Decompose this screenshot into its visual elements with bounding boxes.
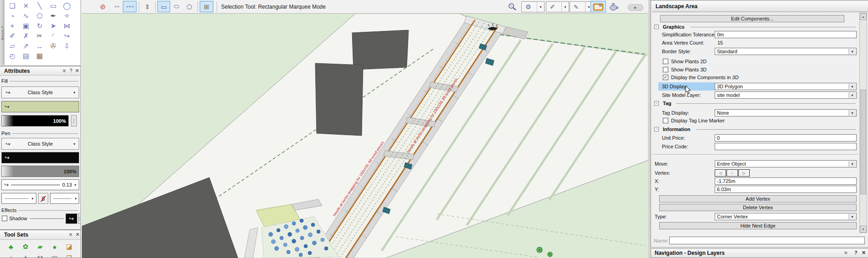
- tag-display-dd-icon[interactable]: ▼: [848, 110, 856, 116]
- flyover-zoom-icon[interactable]: [505, 1, 520, 12]
- site-machine-icon[interactable]: ⚒: [33, 253, 47, 258]
- interactive-scaling-multi-button[interactable]: ∘∘∘: [123, 1, 136, 12]
- polygon-lasso-mode-button[interactable]: ⬠: [183, 1, 196, 12]
- rectangle-icon[interactable]: ▭: [46, 1, 60, 11]
- landscape-area-icon[interactable]: ▰: [33, 241, 47, 253]
- existing-plants-icon[interactable]: ♣: [4, 241, 18, 253]
- hardscape-icon[interactable]: ◪: [62, 241, 76, 253]
- edit-components-button[interactable]: Edit Components...: [660, 15, 844, 22]
- vertex-next-button[interactable]: ▷: [738, 169, 750, 177]
- attributes-close-icon[interactable]: ✕: [75, 68, 79, 73]
- fill-opacity-menu-icon[interactable]: ⋮: [71, 115, 77, 126]
- plant-icon[interactable]: ✿: [18, 241, 33, 253]
- pen-class-style-dropdown[interactable]: ↪ Class Style ▼: [1, 138, 79, 150]
- pen-opacity-bar[interactable]: 100%: [1, 166, 79, 177]
- line-weight-control[interactable]: ↪ 0.13 ▼: [1, 179, 79, 190]
- scroll-up-button[interactable]: ▲: [860, 13, 867, 20]
- eyedropper-icon[interactable]: ✒: [46, 11, 60, 21]
- stake-icon[interactable]: ⊥: [4, 253, 18, 258]
- tape-measure-icon[interactable]: ✇: [46, 41, 60, 51]
- clip-icon[interactable]: ▣: [19, 21, 33, 31]
- fill-color-swatch[interactable]: ↪: [1, 101, 79, 112]
- freehand-pen-icon[interactable]: ✐: [5, 31, 19, 41]
- site-model-layer-dropdown[interactable]: site model ▼: [715, 91, 857, 99]
- rectangular-marquee-button[interactable]: ▭: [157, 1, 170, 12]
- vertex-current-button[interactable]: ○: [727, 169, 738, 177]
- attributes-menu-icon[interactable]: ≡: [63, 68, 66, 73]
- constrain-mode-button[interactable]: ⇕: [141, 1, 154, 12]
- navigation-help-icon[interactable]: ?: [854, 250, 858, 255]
- tool-sets-close-icon[interactable]: ✕: [76, 232, 80, 237]
- end-marker-dropdown[interactable]: ▼: [50, 193, 79, 204]
- disable-interactive-scaling-button[interactable]: ⊘: [97, 1, 109, 12]
- information-collapse-icon[interactable]: −: [654, 127, 659, 132]
- callout-icon[interactable]: ❏: [5, 1, 19, 11]
- price-code-field[interactable]: [715, 143, 857, 150]
- offset-icon[interactable]: ↪: [60, 31, 74, 41]
- render-options-dropdown-button[interactable]: ✎ ▼: [570, 1, 593, 12]
- line-icon[interactable]: ╲: [33, 1, 46, 11]
- x-marker-icon[interactable]: ✕: [19, 1, 33, 11]
- tag-display-dropdown[interactable]: None ▼: [715, 109, 857, 116]
- start-marker-dropdown[interactable]: ▼: [1, 193, 36, 204]
- name-field[interactable]: [669, 237, 865, 244]
- display-3d-dd-icon[interactable]: ▼: [848, 84, 856, 89]
- navigation-close-icon[interactable]: ✕: [862, 250, 866, 255]
- ellipse-icon[interactable]: ◯: [60, 1, 74, 11]
- scroll-down-button[interactable]: ▼: [860, 226, 867, 233]
- show-plants-3d-checkbox[interactable]: [663, 67, 668, 72]
- display-3d-dropdown[interactable]: 3D Polygon ▼: [715, 83, 857, 90]
- vertex-prev-button[interactable]: ◁: [715, 169, 726, 177]
- attributes-help-icon[interactable]: ?: [70, 68, 72, 73]
- mirror-icon[interactable]: ⋈: [60, 21, 74, 31]
- fence-icon[interactable]: ▥: [47, 253, 62, 258]
- palette-dock-handle[interactable]: ✳ Basic: [0, 0, 5, 65]
- scrollbar-thumb[interactable]: [860, 90, 866, 194]
- grid-select-mode-button[interactable]: ⊞: [200, 1, 213, 12]
- render-teapot-button[interactable]: [607, 1, 621, 12]
- site-model-layer-dd-icon[interactable]: ▼: [848, 92, 856, 98]
- trim-scissors-icon[interactable]: ✂: [33, 31, 46, 41]
- hide-next-edge-button[interactable]: Hide Next Edge: [659, 222, 857, 229]
- y-field[interactable]: 6.03m: [715, 186, 857, 193]
- deform-icon[interactable]: ➤: [46, 21, 60, 31]
- magic-wand-icon[interactable]: ✧: [60, 11, 74, 21]
- unit-price-field[interactable]: 0: [715, 134, 857, 142]
- push-pull-icon[interactable]: ⇩: [60, 41, 74, 51]
- dimension-icon[interactable]: ↔: [33, 41, 46, 51]
- rotate-icon[interactable]: ↻: [33, 21, 46, 31]
- graphics-collapse-icon[interactable]: −: [654, 25, 659, 29]
- interactive-scaling-single-button[interactable]: ∘∘: [111, 1, 122, 12]
- spline-icon[interactable]: ∿: [19, 11, 33, 21]
- fill-opacity-bar[interactable]: 100%: [1, 115, 69, 126]
- object-info-scrollbar[interactable]: ▲ ▼: [859, 13, 867, 233]
- paint-roller-icon[interactable]: ▦: [33, 51, 46, 61]
- navigation-menu-icon[interactable]: ≡: [844, 250, 847, 255]
- type-dropdown[interactable]: Corner Vertex ▼: [715, 213, 857, 220]
- arc-icon[interactable]: ◔: [5, 11, 19, 21]
- massing-sphere-icon[interactable]: ●: [47, 241, 62, 253]
- toolbar-overflow-toggle[interactable]: ▶: [628, 4, 643, 11]
- marker-disabled-button[interactable]: 8: [38, 193, 48, 204]
- move-by-points-icon[interactable]: ⇗: [19, 41, 33, 51]
- delete-vertex-button[interactable]: Delete Vertex: [659, 204, 857, 211]
- fillet-icon[interactable]: ◜: [46, 31, 60, 41]
- shadow-style-button[interactable]: ↪: [66, 213, 77, 224]
- lasso-mode-button[interactable]: ⬭: [171, 1, 182, 12]
- shadow-checkbox[interactable]: [2, 216, 7, 221]
- eraser-icon[interactable]: ▱: [5, 41, 19, 51]
- move-dropdown[interactable]: Entire Object ▼: [715, 160, 857, 167]
- join-icon[interactable]: ✗: [19, 31, 33, 41]
- settings-dropdown-button[interactable]: ⚙ ▼: [521, 1, 545, 12]
- fill-class-style-dropdown[interactable]: ↪ Class Style ▼: [1, 86, 79, 98]
- drawing-viewport[interactable]: Needs all kerbs swapping for 150x150. 6f…: [82, 14, 648, 258]
- protractor-icon[interactable]: ◴: [5, 51, 19, 61]
- survey-instrument-icon[interactable]: ⋔: [18, 253, 33, 258]
- pen-color-swatch[interactable]: ↪: [1, 152, 79, 163]
- camera-view-button[interactable]: [590, 1, 606, 12]
- border-style-dropdown[interactable]: Standard ▼: [715, 48, 857, 55]
- display-components-checkbox[interactable]: [663, 75, 668, 80]
- border-style-dd-icon[interactable]: ▼: [848, 49, 856, 54]
- add-vertex-button[interactable]: Add Vertex: [659, 195, 857, 202]
- tag-line-marker-checkbox[interactable]: [663, 118, 668, 123]
